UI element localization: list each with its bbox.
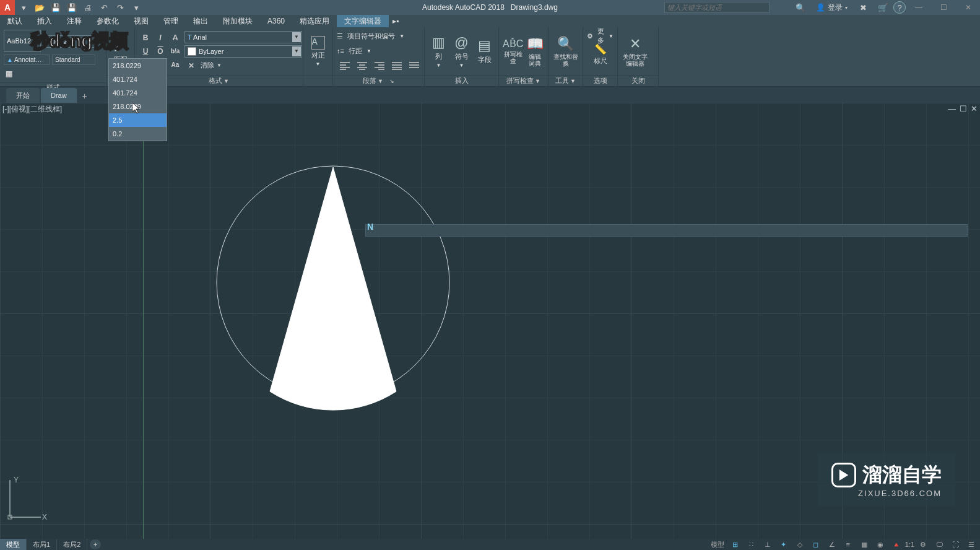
align-left-button[interactable] <box>337 59 353 72</box>
cart-icon[interactable]: 🛒 <box>874 1 892 14</box>
tab-a360[interactable]: A360 <box>260 15 292 27</box>
tab-featured[interactable]: 精选应用 <box>292 15 337 27</box>
mtext-edit-box[interactable] <box>365 224 968 237</box>
app-icon[interactable]: A <box>0 0 15 15</box>
history-item[interactable]: 218.0229 <box>109 100 167 113</box>
open-icon[interactable]: 📂 <box>32 1 47 14</box>
window-minimize-icon[interactable]: — <box>907 0 930 15</box>
panel-tools-label[interactable]: 工具▼ <box>549 75 583 86</box>
history-item[interactable]: 0.2 <box>109 127 167 141</box>
linespace-button[interactable]: ↕≡ 行距 ▼ <box>337 45 371 57</box>
bullets-button[interactable]: ☰ 项目符号和编号 ▼ <box>337 30 404 42</box>
tab-annotate[interactable]: 注释 <box>59 15 89 27</box>
status-gear-icon[interactable]: ⚙ <box>916 539 930 549</box>
new-icon[interactable]: ▾ <box>16 1 31 14</box>
close-editor-button[interactable]: ✕ 关闭文字编辑器 <box>622 36 649 67</box>
tab-layout1[interactable]: 布局1 <box>27 539 57 550</box>
text-height-combo[interactable]: 218.0229 <box>43 35 100 48</box>
align-justify-button[interactable] <box>389 59 405 72</box>
exchange-icon[interactable]: ✖ <box>854 1 872 14</box>
clear-label[interactable]: 清除 <box>201 61 214 70</box>
title-text: Autodesk AutoCAD 2018 Drawing3.dwg <box>422 3 558 12</box>
standard-button[interactable]: Standard <box>52 55 95 65</box>
status-annoscale-icon[interactable]: 🔺 <box>889 539 904 549</box>
history-item[interactable]: 401.724 <box>109 86 167 100</box>
status-model-button[interactable]: 模型 <box>708 539 727 549</box>
drawing-viewport[interactable]: [-][俯视][二维线框] — ☐ ✕ N Y X <box>0 103 980 539</box>
case-button[interactable]: Aa <box>168 59 182 71</box>
clear-icon[interactable]: ✕ <box>184 59 198 72</box>
ruler-button[interactable]: 📏 标尺 <box>588 43 613 66</box>
search-icon[interactable]: 🔍 <box>791 1 810 14</box>
qat-more-icon[interactable]: ▾ <box>129 1 144 14</box>
status-customize-icon[interactable]: ☰ <box>964 539 979 549</box>
history-item[interactable]: 218.0229 <box>109 59 167 72</box>
field-button[interactable]: ▤ 字段 <box>474 38 495 64</box>
color-combo[interactable]: ByLayer▼ <box>184 45 302 58</box>
doc-tab-current[interactable]: Draw <box>41 88 77 103</box>
more-button[interactable]: ⚙ 更多▼ <box>587 30 614 42</box>
panel-paragraph-label[interactable]: 段落▼ ↘ <box>333 75 424 86</box>
status-cycle-icon[interactable]: ◉ <box>873 539 888 549</box>
symbol-button[interactable]: @ 符号▼ <box>451 35 472 68</box>
add-layout-icon[interactable]: + <box>90 539 101 549</box>
redo-icon[interactable]: ↷ <box>113 1 128 14</box>
history-item[interactable]: 2.5 <box>109 113 167 127</box>
align-center-button[interactable] <box>354 59 370 72</box>
status-osnap-icon[interactable]: ◻ <box>809 539 823 549</box>
tab-output[interactable]: 输出 <box>186 15 215 27</box>
status-lweight-icon[interactable]: ≡ <box>841 539 856 549</box>
columns-button[interactable]: ▥ 列▼ <box>428 35 449 68</box>
history-item[interactable]: 401.724 <box>109 72 167 86</box>
tab-parametric[interactable]: 参数化 <box>89 15 126 27</box>
status-maximize-icon[interactable]: ⛶ <box>948 539 963 549</box>
align-distribute-button[interactable] <box>406 59 422 72</box>
status-grid-icon[interactable]: ⊞ <box>728 539 743 549</box>
gear-icon: ⚙ <box>587 32 593 40</box>
status-iso-icon[interactable]: ◇ <box>792 539 807 549</box>
text-style-preview[interactable]: AaBb12 <box>4 30 41 52</box>
status-ortho-icon[interactable]: ⊥ <box>760 539 775 549</box>
infocenter-search[interactable] <box>664 2 770 13</box>
tab-text-editor[interactable]: 文字编辑器 <box>337 15 389 27</box>
tab-layout2[interactable]: 布局2 <box>57 539 87 550</box>
tab-default[interactable]: 默认 <box>0 15 30 27</box>
justify-button[interactable]: A 对正 ▼ <box>307 36 329 67</box>
status-polar-icon[interactable]: ✦ <box>776 539 791 549</box>
status-scale-button[interactable]: 1:1 <box>905 539 914 549</box>
status-transparency-icon[interactable]: ▦ <box>857 539 872 549</box>
italic-button[interactable]: I <box>154 32 167 44</box>
login-button[interactable]: 👤 登录 ▾ <box>811 1 852 14</box>
tab-manage[interactable]: 管理 <box>156 15 186 27</box>
tab-overflow-icon[interactable]: ▸▪ <box>389 15 402 27</box>
saveas-icon[interactable]: 💾 <box>64 1 79 14</box>
tab-insert[interactable]: 插入 <box>30 15 59 27</box>
help-icon[interactable]: ? <box>893 1 906 14</box>
status-otrack-icon[interactable]: ∠ <box>825 539 839 549</box>
tab-model[interactable]: 模型 <box>0 539 27 550</box>
strike-button[interactable]: A <box>168 32 182 44</box>
find-replace-button[interactable]: 🔍 查找和替换 <box>552 36 579 67</box>
panel-spellcheck-label[interactable]: 拼写检查▼ <box>499 75 548 86</box>
status-snap-icon[interactable]: ∷ <box>744 539 759 549</box>
bold-button[interactable]: B <box>139 32 152 44</box>
annotative-button[interactable]: ▲Annotat… <box>4 55 50 65</box>
doc-tab-add-icon[interactable]: + <box>78 89 92 103</box>
plot-icon[interactable]: 🖨 <box>80 1 95 14</box>
doc-tab-start[interactable]: 开始 <box>6 88 40 103</box>
spellcheck-button[interactable]: AB̌C 拼写检查 <box>503 38 523 64</box>
tab-addins[interactable]: 附加模块 <box>215 15 260 27</box>
mask-icon[interactable]: ▦ <box>4 68 14 80</box>
undo-icon[interactable]: ↶ <box>97 1 111 14</box>
dictionary-button[interactable]: 📖 编辑词典 <box>526 36 544 67</box>
status-monitor-icon[interactable]: 🖵 <box>932 539 947 549</box>
underline-button[interactable]: U <box>139 45 152 58</box>
font-combo[interactable]: T Arial▼ <box>184 31 302 43</box>
save-icon[interactable]: 💾 <box>48 1 63 14</box>
stack-button[interactable]: b/a <box>168 45 182 58</box>
align-right-button[interactable] <box>371 59 388 72</box>
tab-view[interactable]: 视图 <box>126 15 156 27</box>
window-close-icon[interactable]: ✕ <box>956 0 980 15</box>
window-maximize-icon[interactable]: ☐ <box>932 0 955 15</box>
overline-button[interactable]: O <box>154 45 167 58</box>
